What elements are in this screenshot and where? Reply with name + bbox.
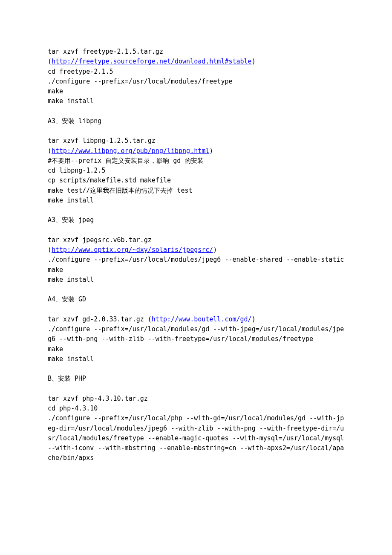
- doc-line: make install: [48, 275, 345, 285]
- doc-text: make install: [48, 197, 94, 204]
- section-gap: [48, 205, 345, 215]
- doc-line: make test//这里我在旧版本的情况下去掉 test: [48, 186, 345, 196]
- hyperlink[interactable]: http://www.optix.org/~dxy/solaris/jpegsr…: [52, 246, 213, 254]
- doc-line: B、安装 PHP: [48, 374, 345, 384]
- doc-line: make install: [48, 354, 345, 364]
- doc-line: tar xzvf libpng-1.2.5.tar.gz: [48, 136, 345, 146]
- doc-line: ./configure --prefix=/usr/local/modules/…: [48, 324, 345, 344]
- doc-line: cd php-4.3.10: [48, 404, 345, 413]
- doc-line: cd libpng-1.2.5: [48, 166, 345, 176]
- doc-line: A4、安装 GD: [48, 295, 345, 304]
- doc-line: ./configure --prefix=/usr/local/php --wi…: [48, 413, 345, 463]
- doc-line: tar xzvf jpegsrc.v6b.tar.gz: [48, 235, 345, 245]
- doc-text: ./configure --prefix=/usr/local/modules/…: [48, 256, 344, 263]
- doc-text: ./configure --prefix=/usr/local/modules/…: [48, 78, 232, 85]
- doc-line: A3、安装 libpng: [48, 116, 345, 126]
- hyperlink[interactable]: http://www.boutell.com/gd/: [152, 315, 252, 323]
- document-body: tar xzvf freetype-2.1.5.tar.gz(http://fr…: [48, 47, 345, 463]
- doc-text: B、安装 PHP: [48, 375, 86, 382]
- doc-text: A4、安装 GD: [48, 295, 86, 303]
- doc-text: (: [48, 246, 52, 254]
- doc-line: cd freetype-2.1.5: [48, 67, 345, 77]
- section-gap: [48, 384, 345, 394]
- doc-text: ): [252, 58, 256, 65]
- doc-line: make: [48, 87, 345, 96]
- doc-line: ./configure --prefix=/usr/local/modules/…: [48, 77, 345, 87]
- doc-text: ./configure --prefix=/usr/local/php --wi…: [48, 414, 348, 462]
- doc-text: make install: [48, 355, 94, 363]
- doc-text: tar xzvf libpng-1.2.5.tar.gz: [48, 137, 156, 145]
- doc-line: tar xzvf freetype-2.1.5.tar.gz: [48, 47, 345, 57]
- doc-text: cd php-4.3.10: [48, 405, 98, 412]
- doc-text: A3、安装 libpng: [48, 117, 101, 125]
- doc-line: #不要用--prefix 自定义安装目录，影响 gd 的安装: [48, 156, 345, 166]
- doc-text: cd freetype-2.1.5: [48, 68, 113, 75]
- doc-line: (http://www.libpng.org/pub/png/libpng.ht…: [48, 146, 345, 156]
- doc-text: cp scripts/makefile.std makefile: [48, 176, 171, 184]
- section-gap: [48, 107, 345, 116]
- doc-text: #不要用--prefix 自定义安装目录，影响 gd 的安装: [48, 157, 204, 165]
- doc-line: make: [48, 344, 345, 354]
- doc-text: make install: [48, 276, 94, 283]
- section-gap: [48, 126, 345, 136]
- section-gap: [48, 225, 345, 235]
- doc-text: make: [48, 345, 63, 353]
- doc-line: ./configure --prefix=/usr/local/modules/…: [48, 255, 345, 265]
- doc-line: make install: [48, 96, 345, 106]
- section-gap: [48, 364, 345, 374]
- doc-text: tar xzvf php-4.3.10.tar.gz: [48, 395, 148, 402]
- doc-text: tar xzvf jpegsrc.v6b.tar.gz: [48, 236, 152, 244]
- doc-text: ): [252, 315, 256, 323]
- doc-line: (http://freetype.sourceforge.net/downloa…: [48, 57, 345, 66]
- doc-text: make test//这里我在旧版本的情况下去掉 test: [48, 187, 193, 194]
- doc-line: A3、安装 jpeg: [48, 215, 345, 225]
- doc-line: tar xzvf php-4.3.10.tar.gz: [48, 394, 345, 404]
- doc-text: ): [213, 246, 217, 254]
- doc-line: make: [48, 265, 345, 275]
- doc-line: cp scripts/makefile.std makefile: [48, 176, 345, 185]
- hyperlink[interactable]: http://freetype.sourceforge.net/download…: [52, 58, 252, 65]
- doc-text: make install: [48, 97, 94, 105]
- doc-text: tar xzvf gd-2.0.33.tar.gz (: [48, 315, 152, 323]
- section-gap: [48, 305, 345, 315]
- hyperlink[interactable]: http://www.libpng.org/pub/png/libpng.htm…: [52, 147, 209, 155]
- doc-text: make: [48, 87, 63, 95]
- doc-line: tar xzvf gd-2.0.33.tar.gz (http://www.bo…: [48, 315, 345, 324]
- section-gap: [48, 285, 345, 295]
- doc-text: (: [48, 147, 52, 155]
- doc-text: (: [48, 58, 52, 65]
- doc-line: (http://www.optix.org/~dxy/solaris/jpegs…: [48, 245, 345, 255]
- doc-text: ): [209, 147, 213, 155]
- doc-text: tar xzvf freetype-2.1.5.tar.gz: [48, 48, 163, 55]
- doc-line: make install: [48, 196, 345, 205]
- doc-text: A3、安装 jpeg: [48, 216, 94, 224]
- doc-text: cd libpng-1.2.5: [48, 167, 105, 174]
- doc-text: make: [48, 266, 63, 274]
- doc-text: ./configure --prefix=/usr/local/modules/…: [48, 325, 344, 343]
